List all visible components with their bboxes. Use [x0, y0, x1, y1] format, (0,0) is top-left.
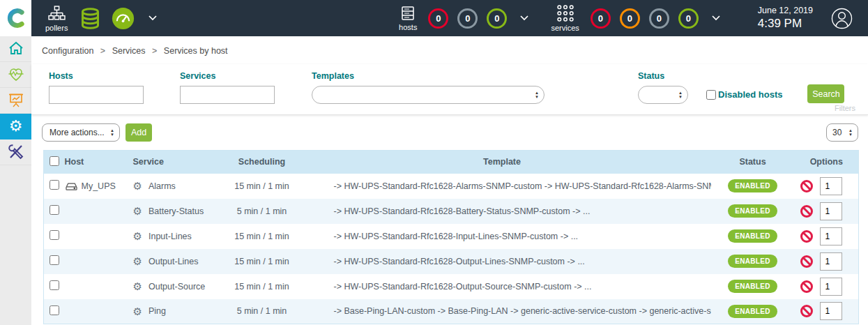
column-header-status[interactable]: Status — [711, 151, 795, 174]
template-chain: -> HW-UPS-Standard-Rfc1628-Battery-Statu… — [294, 199, 711, 224]
breadcrumb-services-by-host[interactable]: Services by host — [164, 46, 228, 56]
poller-section: pollers — [45, 5, 161, 32]
status-filter-label: Status — [638, 71, 688, 81]
templates-filter-label: Templates — [312, 71, 545, 81]
table-row: ⚙ Output-Source 15 min / 1 min -> HW-UPS… — [44, 274, 859, 299]
row-checkbox[interactable] — [50, 205, 59, 215]
disable-icon[interactable] — [800, 255, 813, 268]
service-gear-icon: ⚙ — [133, 256, 142, 266]
row-checkbox[interactable] — [50, 280, 59, 290]
search-button[interactable]: Search — [807, 84, 844, 103]
disable-icon[interactable] — [800, 230, 813, 243]
column-header-options[interactable]: Options — [795, 151, 859, 174]
breadcrumb-separator: > — [152, 46, 157, 56]
engine-status-icon[interactable] — [112, 7, 135, 30]
breadcrumb-services[interactable]: Services — [112, 46, 146, 56]
disable-icon[interactable] — [800, 180, 813, 192]
database-status-icon[interactable] — [79, 7, 102, 30]
sidebar-item-administration[interactable] — [0, 139, 31, 165]
centreon-logo[interactable] — [0, 0, 31, 36]
row-checkbox[interactable] — [50, 230, 59, 240]
scheduling-value: 15 min / 1 min — [231, 224, 294, 249]
row-checkbox[interactable] — [50, 305, 59, 315]
pollers-icon — [48, 5, 66, 22]
gear-icon: ⚙ — [9, 119, 23, 134]
breadcrumb-configuration[interactable]: Configuration — [42, 46, 93, 56]
disable-icon[interactable] — [800, 280, 813, 293]
column-header-scheduling[interactable]: Scheduling — [231, 151, 294, 174]
services-unknown-counter[interactable]: 0 — [649, 8, 669, 29]
row-checkbox[interactable] — [50, 255, 59, 265]
disable-icon[interactable] — [800, 305, 813, 317]
poller-chevron-down-icon[interactable] — [149, 15, 157, 21]
hosts-up-counter[interactable]: 0 — [487, 8, 507, 29]
duplicate-count-input[interactable] — [820, 302, 842, 320]
duplicate-count-input[interactable] — [820, 252, 842, 271]
service-gear-icon: ⚙ — [133, 206, 142, 216]
templates-filter-select[interactable] — [312, 86, 545, 104]
hosts-unreachable-counter[interactable]: 0 — [457, 8, 478, 29]
service-name[interactable]: Output-Source — [149, 282, 205, 292]
actions-row: More actions... ▲▼ Add 30 ▲▼ — [31, 115, 868, 149]
sidebar-item-monitoring[interactable] — [0, 62, 31, 88]
more-actions-select[interactable]: More actions... — [42, 123, 120, 142]
template-chain: -> HW-UPS-Standard-Rfc1628-Input-Lines-S… — [294, 224, 711, 249]
scheduling-value: 5 min / 1 min — [231, 299, 294, 324]
service-gear-icon: ⚙ — [133, 281, 142, 292]
row-checkbox[interactable] — [50, 180, 59, 190]
breadcrumb: Configuration > Services > Services by h… — [31, 36, 868, 64]
host-name[interactable]: My_UPS — [82, 181, 116, 191]
services-chevron-down-icon[interactable] — [712, 15, 720, 21]
table-row: ⚙ Ping 5 min / 1 min -> Base-Ping-LAN-cu… — [44, 299, 859, 324]
duplicate-count-input[interactable] — [820, 202, 842, 220]
disabled-hosts-label[interactable]: Disabled hosts — [718, 89, 782, 100]
user-avatar[interactable] — [831, 8, 853, 29]
column-header-host[interactable]: Host — [63, 151, 133, 174]
add-button[interactable]: Add — [125, 123, 152, 142]
hosts-filter-label: Hosts — [49, 71, 144, 81]
service-gear-icon: ⚙ — [133, 181, 142, 191]
table-header-row: Host Service Scheduling Template Status … — [44, 151, 859, 174]
service-name[interactable]: Ping — [149, 306, 166, 316]
service-name[interactable]: Input-Lines — [149, 232, 192, 241]
services-filter-input[interactable] — [180, 86, 275, 104]
pollers-label: pollers — [45, 24, 68, 32]
service-name[interactable]: Output-Lines — [149, 257, 199, 266]
table-row: ⚙ Output-Lines 15 min / 1 min -> HW-UPS-… — [44, 249, 859, 274]
duplicate-count-input[interactable] — [820, 278, 842, 296]
current-date: June 12, 2019 — [758, 6, 813, 17]
select-all-checkbox[interactable] — [50, 156, 59, 166]
pollers-menu[interactable]: pollers — [45, 5, 68, 32]
services-warning-counter[interactable]: 0 — [620, 8, 640, 29]
table-row: ⚙ Input-Lines 15 min / 1 min -> HW-UPS-S… — [44, 224, 859, 249]
heart-pulse-icon — [7, 66, 25, 83]
services-menu[interactable]: services — [551, 4, 579, 32]
current-time: 4:39 PM — [758, 16, 813, 31]
template-chain: -> HW-UPS-Standard-Rfc1628-Output-Source… — [294, 274, 711, 299]
duplicate-count-input[interactable] — [820, 227, 842, 245]
disabled-hosts-checkbox[interactable] — [706, 90, 716, 100]
clock: June 12, 2019 4:39 PM — [758, 6, 813, 31]
sidebar-item-home[interactable] — [0, 36, 31, 62]
column-header-template[interactable]: Template — [294, 151, 711, 174]
disable-icon[interactable] — [800, 205, 813, 218]
column-header-service[interactable]: Service — [133, 151, 231, 174]
hosts-filter-input[interactable] — [49, 86, 144, 104]
services-ok-counter[interactable]: 0 — [678, 8, 699, 29]
sidebar-item-configuration[interactable]: ⚙ — [0, 114, 31, 139]
hosts-down-counter[interactable]: 0 — [428, 8, 448, 29]
service-name[interactable]: Battery-Status — [149, 206, 204, 216]
status-badge: ENABLED — [728, 305, 777, 318]
sidebar-item-reporting[interactable] — [0, 88, 31, 114]
status-filter-select[interactable] — [638, 86, 688, 104]
services-critical-counter[interactable]: 0 — [591, 8, 611, 29]
scheduling-value: 15 min / 1 min — [231, 249, 294, 274]
duplicate-count-input[interactable] — [820, 177, 842, 195]
sidebar: ⚙ — [0, 36, 31, 325]
hosts-menu[interactable]: hosts — [399, 5, 417, 31]
service-name[interactable]: Alarms — [149, 181, 176, 191]
page-size-select[interactable]: 30 — [826, 123, 858, 142]
services-table: Host Service Scheduling Template Status … — [43, 150, 859, 324]
hosts-chevron-down-icon[interactable] — [520, 15, 528, 21]
scheduling-value: 5 min / 1 min — [231, 199, 294, 224]
